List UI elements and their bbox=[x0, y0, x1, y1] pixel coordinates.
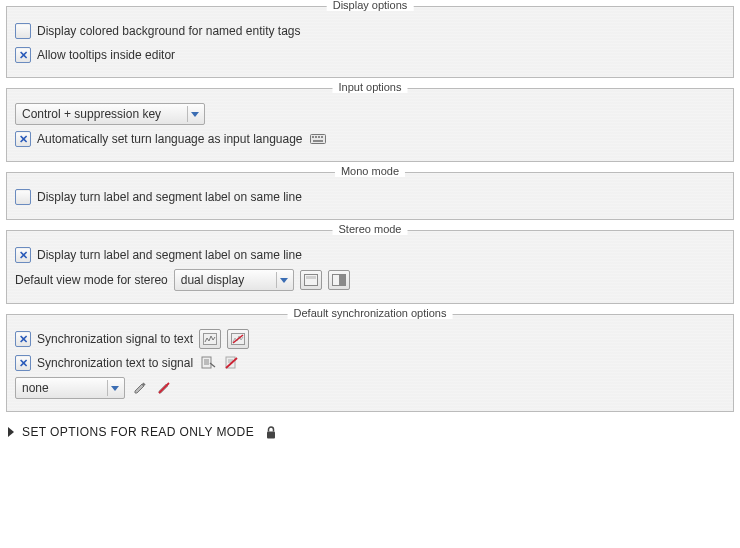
row-stereo-sameline: Display turn label and segment label on … bbox=[15, 245, 725, 265]
svg-rect-5 bbox=[313, 140, 323, 142]
dropdown-sync-mode[interactable]: none bbox=[15, 377, 125, 399]
checkbox-sig-to-text[interactable] bbox=[15, 331, 31, 347]
chevron-down-icon bbox=[276, 272, 291, 288]
checkbox-colored-bg[interactable] bbox=[15, 23, 31, 39]
lock-icon bbox=[262, 424, 280, 440]
group-title-sync: Default synchronization options bbox=[288, 307, 453, 319]
row-mono-sameline: Display turn label and segment label on … bbox=[15, 187, 725, 207]
checkbox-mono-sameline[interactable] bbox=[15, 189, 31, 205]
text-disabled-icon bbox=[223, 355, 241, 371]
row-auto-lang: Automatically set turn language as input… bbox=[15, 129, 725, 149]
group-title-display: Display options bbox=[327, 0, 414, 11]
label-auto-lang: Automatically set turn language as input… bbox=[37, 132, 303, 146]
svg-rect-4 bbox=[321, 136, 323, 138]
row-sync-combo: none bbox=[15, 377, 725, 399]
group-stereo-mode: Stereo mode Display turn label and segme… bbox=[6, 230, 734, 304]
svg-rect-3 bbox=[318, 136, 320, 138]
checkbox-auto-lang[interactable] bbox=[15, 131, 31, 147]
chevron-down-icon bbox=[187, 106, 202, 122]
expander-arrow-icon bbox=[8, 427, 14, 437]
svg-rect-1 bbox=[312, 136, 314, 138]
expander-label: SET OPTIONS FOR READ ONLY MODE bbox=[22, 425, 254, 439]
row-sig-to-text: Synchronization signal to text bbox=[15, 329, 725, 349]
expander-read-only[interactable]: SET OPTIONS FOR READ ONLY MODE bbox=[6, 422, 734, 442]
svg-rect-0 bbox=[310, 135, 325, 144]
signal-icon bbox=[199, 329, 221, 349]
checkbox-tooltips[interactable] bbox=[15, 47, 31, 63]
label-colored-bg: Display colored background for named ent… bbox=[37, 24, 300, 38]
group-display-options: Display options Display colored backgrou… bbox=[6, 6, 734, 78]
stereo-view-icon-1[interactable] bbox=[300, 270, 322, 290]
label-sig-to-text: Synchronization signal to text bbox=[37, 332, 193, 346]
group-title-stereo: Stereo mode bbox=[333, 223, 408, 235]
label-text-to-sig: Synchronization text to signal bbox=[37, 356, 193, 370]
svg-rect-25 bbox=[267, 431, 275, 438]
label-mono-sameline: Display turn label and segment label on … bbox=[37, 190, 302, 204]
row-colored-bg: Display colored background for named ent… bbox=[15, 21, 725, 41]
checkbox-text-to-sig[interactable] bbox=[15, 355, 31, 371]
pencil-icon bbox=[131, 380, 149, 396]
dropdown-sync-mode-text: none bbox=[22, 381, 49, 395]
dropdown-default-view[interactable]: dual display bbox=[174, 269, 294, 291]
checkbox-stereo-sameline[interactable] bbox=[15, 247, 31, 263]
group-title-mono: Mono mode bbox=[335, 165, 405, 177]
chevron-down-icon bbox=[107, 380, 122, 396]
dropdown-default-view-text: dual display bbox=[181, 273, 244, 287]
group-mono-mode: Mono mode Display turn label and segment… bbox=[6, 172, 734, 220]
svg-rect-2 bbox=[315, 136, 317, 138]
svg-rect-7 bbox=[306, 276, 316, 279]
pencil-disabled-icon bbox=[155, 380, 173, 396]
label-tooltips: Allow tooltips inside editor bbox=[37, 48, 175, 62]
row-suppression-key: Control + suppression key bbox=[15, 103, 725, 125]
label-default-view: Default view mode for stereo bbox=[15, 273, 168, 287]
text-icon bbox=[199, 355, 217, 371]
group-input-options: Input options Control + suppression key … bbox=[6, 88, 734, 162]
keyboard-icon bbox=[309, 131, 327, 147]
dropdown-suppression-key-text: Control + suppression key bbox=[22, 107, 161, 121]
row-default-view: Default view mode for stereo dual displa… bbox=[15, 269, 725, 291]
stereo-view-icon-2[interactable] bbox=[328, 270, 350, 290]
dropdown-suppression-key[interactable]: Control + suppression key bbox=[15, 103, 205, 125]
label-stereo-sameline: Display turn label and segment label on … bbox=[37, 248, 302, 262]
signal-disabled-icon bbox=[227, 329, 249, 349]
group-title-input: Input options bbox=[333, 81, 408, 93]
svg-line-24 bbox=[159, 383, 169, 393]
row-tooltips: Allow tooltips inside editor bbox=[15, 45, 725, 65]
group-sync-options: Default synchronization options Synchron… bbox=[6, 314, 734, 412]
row-text-to-sig: Synchronization text to signal bbox=[15, 353, 725, 373]
svg-rect-9 bbox=[339, 275, 345, 285]
